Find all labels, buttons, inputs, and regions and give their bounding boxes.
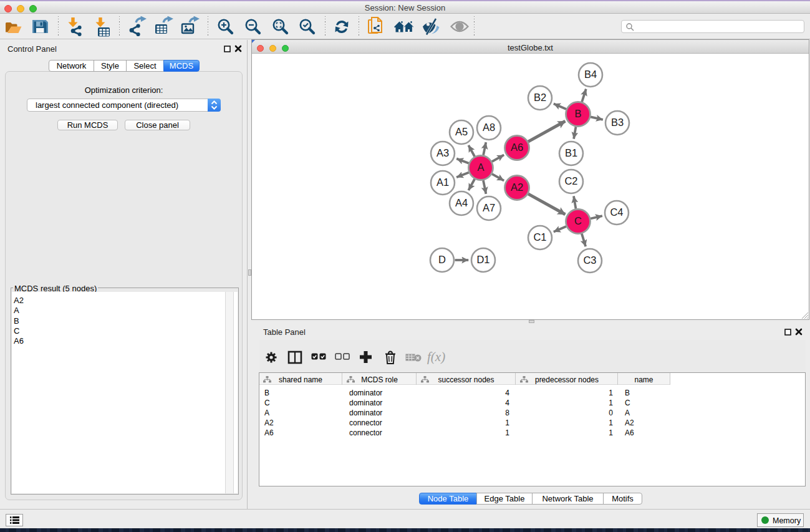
svg-text:B3: B3: [611, 117, 624, 128]
svg-text:C4: C4: [610, 206, 623, 218]
svg-text:C2: C2: [564, 175, 577, 186]
svg-text:A2: A2: [511, 181, 523, 193]
svg-text:C1: C1: [533, 231, 546, 243]
svg-text:A3: A3: [436, 147, 449, 158]
svg-text:A1: A1: [436, 177, 449, 188]
svg-text:B1: B1: [565, 147, 577, 158]
svg-text:A8: A8: [483, 122, 495, 133]
svg-text:A: A: [477, 162, 484, 173]
svg-text:C3: C3: [583, 254, 596, 266]
svg-text:D1: D1: [476, 254, 489, 265]
svg-text:B4: B4: [584, 69, 597, 80]
svg-text:D: D: [438, 254, 446, 265]
svg-text:C: C: [574, 215, 582, 226]
svg-text:A5: A5: [455, 126, 468, 137]
svg-text:A6: A6: [511, 142, 523, 153]
svg-text:B: B: [574, 108, 581, 119]
svg-text:A7: A7: [483, 202, 495, 213]
svg-text:B2: B2: [534, 92, 546, 103]
svg-text:A4: A4: [455, 197, 468, 208]
